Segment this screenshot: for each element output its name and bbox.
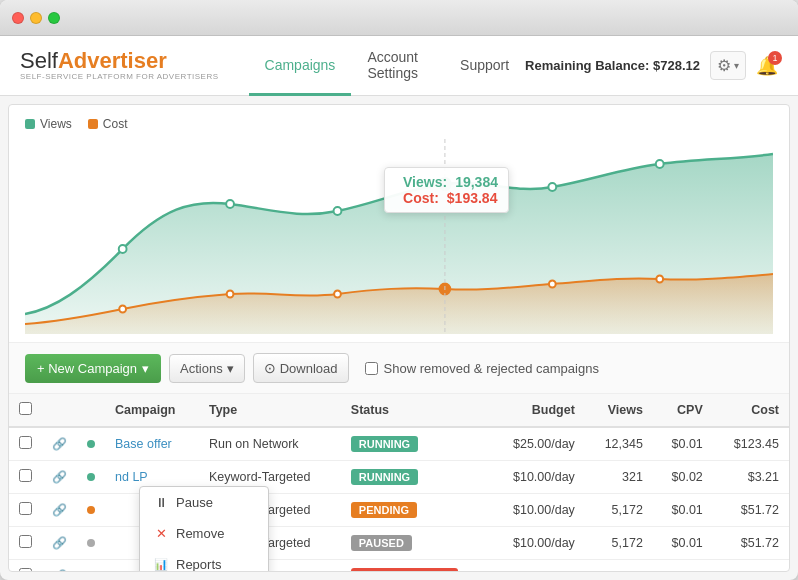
select-all-checkbox[interactable] [19,402,32,415]
campaign-link[interactable]: LP [115,569,130,571]
content-area: Views Cost [8,104,790,572]
remove-icon: ✕ [154,526,168,541]
row-status: OUT OF BUDGET [341,560,489,572]
minimize-button[interactable] [30,12,42,24]
col-cost: Cost [713,394,789,427]
row-link-icon: 🔗 [42,560,77,572]
campaign-link[interactable]: Base offer [115,437,172,451]
legend-views-dot [25,119,35,129]
status-badge: RUNNING [351,436,418,452]
row-link-icon: 🔗 [42,461,77,494]
col-cpv: CPV [653,394,713,427]
views-dot [548,183,556,191]
maximize-button[interactable] [48,12,60,24]
row-checkbox[interactable] [19,535,32,548]
col-check [9,394,42,427]
chart-tooltip: Views:19,384 Cost:$193.84 [384,167,509,213]
header: SelfAdvertiser Self-Service Platform for… [0,36,798,96]
row-checkbox[interactable] [19,436,32,449]
row-campaign[interactable]: Base offer [105,427,199,461]
logo-subtitle: Self-Service Platform for Advertisers [20,72,219,81]
status-badge: PENDING [351,502,417,518]
row-check[interactable] [9,427,42,461]
row-status-dot [77,560,105,572]
legend-cost-dot [88,119,98,129]
tooltip-views: Views:19,384 [395,174,498,190]
row-budget: $10.00/day [489,527,585,560]
traffic-lights [12,12,60,24]
dropdown-reports-label: Reports [176,557,222,571]
logo-text: SelfAdvertiser [20,50,219,72]
notifications-button[interactable]: 🔔 1 [756,55,778,77]
views-dot [656,160,664,168]
dropdown-pause[interactable]: ⏸ Pause [140,487,268,518]
nav-support[interactable]: Support [444,37,525,96]
row-checkbox[interactable] [19,502,32,515]
col-views: Views [585,394,653,427]
row-status: RUNNING [341,461,489,494]
row-link-icon: 🔗 [42,527,77,560]
campaigns-table: Campaign Type Status Budget Views CPV Co… [9,394,789,571]
row-cpv: $0.01 [653,427,713,461]
actions-button[interactable]: Actions ▾ [169,354,245,383]
row-cost: $51.72 [713,527,789,560]
show-removed-checkbox[interactable] [365,362,378,375]
row-budget: $25.00/day [489,427,585,461]
toolbar: + New Campaign ▾ Actions ▾ ⊙ Download Sh… [9,343,789,394]
table-row: 🔗 Keyword-Targeted PAUSED $10.00/day 5,1… [9,527,789,560]
actions-label: Actions [180,361,223,376]
nav-campaigns[interactable]: Campaigns [249,37,352,96]
close-button[interactable] [12,12,24,24]
row-check[interactable] [9,461,42,494]
status-badge: PAUSED [351,535,412,551]
row-checkbox[interactable] [19,469,32,482]
status-badge: RUNNING [351,469,418,485]
row-status-dot [77,527,105,560]
download-label: Download [280,361,338,376]
actions-dropdown: ⏸ Pause ✕ Remove 📊 Reports ✎ Edit [139,486,269,571]
cost-dot [549,281,556,288]
row-cost: $123.45 [713,427,789,461]
dropdown-reports[interactable]: 📊 Reports [140,549,268,571]
views-dot [119,245,127,253]
table-row: 🔗 Base offer Run on Network RUNNING $25.… [9,427,789,461]
show-removed-label[interactable]: Show removed & rejected campaigns [365,361,599,376]
row-cpv: $0.01 [653,494,713,527]
campaign-link[interactable]: nd LP [115,470,148,484]
row-check[interactable] [9,494,42,527]
row-views: 12,345 [585,427,653,461]
tooltip-cost: Cost:$193.84 [395,190,498,206]
title-bar [0,0,798,36]
chart-area: Views:19,384 Cost:$193.84 [25,139,773,334]
table-row: 🔗 Keyword-Targeted PENDING $10.00/day 5,… [9,494,789,527]
download-button[interactable]: ⊙ Download [253,353,349,383]
settings-button[interactable]: ⚙ ▾ [710,51,746,80]
dropdown-pause-label: Pause [176,495,213,510]
col-link [42,394,77,427]
legend-cost-label: Cost [103,117,128,131]
row-cost: $3.21 [713,560,789,572]
row-budget: $10.00/day [489,494,585,527]
col-status-badge: Status [341,394,489,427]
legend-views-label: Views [40,117,72,131]
row-budget: $10.00/day [489,461,585,494]
dropdown-remove[interactable]: ✕ Remove [140,518,268,549]
cost-dot [334,291,341,298]
pause-icon: ⏸ [154,495,168,510]
row-checkbox[interactable] [19,568,32,571]
reports-icon: 📊 [154,558,168,571]
legend-views: Views [25,117,72,131]
row-check[interactable] [9,560,42,572]
row-cpv: $0.02 [653,560,713,572]
status-badge: OUT OF BUDGET [351,568,458,571]
new-campaign-button[interactable]: + New Campaign ▾ [25,354,161,383]
row-check[interactable] [9,527,42,560]
row-cost: $51.72 [713,494,789,527]
nav-account-settings[interactable]: Account Settings [351,37,444,96]
row-link-icon: 🔗 [42,494,77,527]
col-status [77,394,105,427]
row-views: 5,172 [585,494,653,527]
row-cpv: $0.01 [653,527,713,560]
row-cost: $3.21 [713,461,789,494]
new-campaign-caret: ▾ [142,361,149,376]
